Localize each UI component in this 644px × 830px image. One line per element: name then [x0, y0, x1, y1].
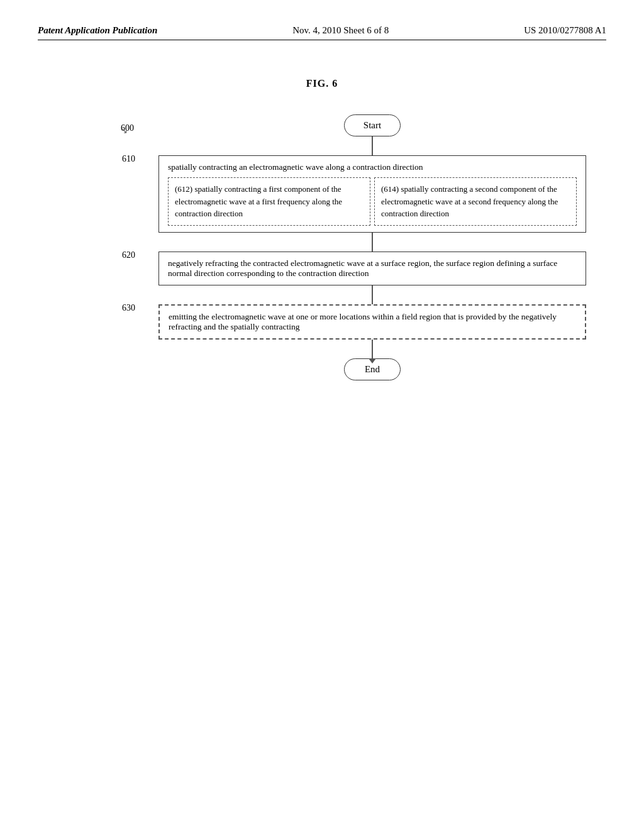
publication-label: Patent Application Publication	[38, 25, 157, 36]
step-620-label: 620	[122, 250, 135, 260]
step-620-box: negatively refracting the contracted ele…	[158, 252, 586, 285]
step-610-container: 610 spatially contracting an electromagn…	[158, 155, 586, 233]
diagram-wrapper: 600 ↘ Start 6	[108, 114, 536, 380]
step-612-box: (612) spatially contracting a first comp…	[168, 177, 370, 226]
step-610-box: spatially contracting an electromagnetic…	[158, 155, 586, 233]
flowchart: ↘ Start 610 spatially contracting	[158, 114, 586, 380]
diagram-area: FIG. 6 600 ↘ Start	[38, 78, 606, 380]
step-610-inner-row: (612) spatially contracting a first comp…	[168, 177, 577, 226]
arrow-3	[372, 285, 373, 304]
step-610-label: 610	[122, 154, 135, 164]
date-sheet-label: Nov. 4, 2010 Sheet 6 of 8	[292, 25, 389, 36]
header: Patent Application Publication Nov. 4, 2…	[38, 25, 606, 40]
arrow-4	[372, 340, 373, 358]
start-oval: Start	[344, 114, 401, 136]
arrow-2	[372, 233, 373, 252]
step-630-label: 630	[122, 303, 135, 313]
fig-title: FIG. 6	[306, 78, 338, 89]
page: Patent Application Publication Nov. 4, 2…	[0, 0, 644, 830]
step-620-container: 620 negatively refracting the contracted…	[158, 252, 586, 285]
step-610-text: spatially contracting an electromagnetic…	[168, 162, 577, 172]
patent-number-label: US 2010/0277808 A1	[524, 25, 606, 36]
step-630-container: 630 emitting the electromagnetic wave at…	[158, 304, 586, 340]
arrow-1	[372, 136, 373, 155]
step-630-box: emitting the electromagnetic wave at one…	[158, 304, 586, 340]
step-614-box: (614) spatially contracting a second com…	[374, 177, 577, 226]
